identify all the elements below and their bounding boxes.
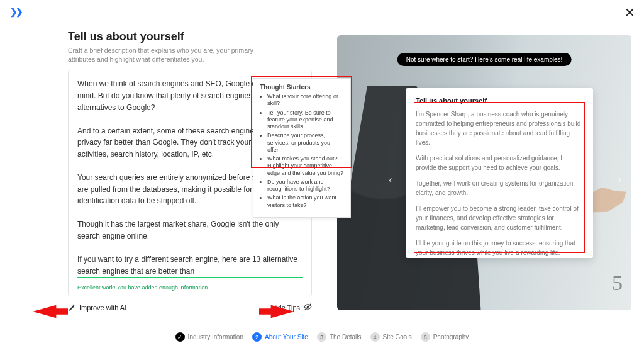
- topbar: ✕: [0, 0, 644, 25]
- magic-wand-icon: [68, 303, 75, 312]
- example-p5: I'll be your guide on this journey to su…: [416, 239, 583, 257]
- example-p2: With practical solutions and personalize…: [416, 154, 583, 172]
- thought-starters-title: Thought Starters: [260, 84, 344, 91]
- app-logo: [9, 6, 23, 20]
- step-label: About Your Site: [265, 334, 308, 340]
- thought-starters-panel: Thought Starters What is your core offer…: [253, 78, 351, 218]
- step-dot: 4: [370, 332, 380, 342]
- step-label: The Details: [330, 334, 362, 340]
- example-p4: I'll empower you to become a strong lead…: [416, 204, 583, 232]
- close-icon[interactable]: ✕: [625, 5, 635, 20]
- tip-item: Describe your process, services, or prod…: [267, 132, 344, 154]
- step-industry[interactable]: ✓ Industry Information: [175, 332, 243, 342]
- step-about[interactable]: 2 About Your Site: [252, 332, 308, 342]
- improve-with-ai-button[interactable]: Improve with AI: [68, 303, 126, 312]
- hide-tips-button[interactable]: Hide Tips: [271, 303, 312, 312]
- editor-actions: Improve with AI Hide Tips: [68, 303, 312, 312]
- step-details[interactable]: 3 The Details: [317, 332, 362, 342]
- page-subhead: Craft a brief description that explains …: [68, 46, 275, 64]
- step-dot-active: 2: [252, 332, 262, 342]
- example-card: Tell us about yourself I'm Spencer Sharp…: [406, 88, 593, 258]
- annotation-arrow-1: [33, 302, 68, 321]
- step-label: Industry Information: [188, 334, 243, 340]
- carousel-prev[interactable]: ‹: [384, 173, 397, 187]
- wizard-stepper: ✓ Industry Information 2 About Your Site…: [0, 332, 644, 342]
- page-heading: Tell us about yourself: [68, 30, 312, 43]
- step-label: Site Goals: [383, 334, 412, 340]
- tip-item: What makes you stand out? Highlight your…: [267, 155, 344, 177]
- whiteboard-number: 5: [612, 271, 623, 295]
- thought-starters-list: What is your core offering or skill? Tel…: [260, 93, 344, 209]
- step-dot-done: ✓: [175, 332, 185, 342]
- tip-item: Tell your story. Be sure to feature your…: [267, 109, 344, 131]
- editor-underline: [77, 277, 303, 278]
- example-preview: 5 Not sure where to start? Here's some r…: [337, 35, 631, 310]
- right-column: 5 Not sure where to start? Here's some r…: [337, 30, 631, 310]
- editor-status: Excellent work! You have added enough in…: [69, 282, 311, 296]
- step-dot: 3: [317, 332, 326, 342]
- hide-tips-label: Hide Tips: [271, 304, 300, 312]
- step-goals[interactable]: 4 Site Goals: [370, 332, 412, 342]
- improve-label: Improve with AI: [79, 304, 126, 312]
- svg-marker-2: [33, 305, 68, 318]
- carousel-next[interactable]: ›: [613, 173, 626, 187]
- tip-item: What is the action you want visitors to …: [267, 194, 344, 209]
- tip-item: What is your core offering or skill?: [267, 93, 344, 108]
- hint-pill: Not sure where to start? Here's some rea…: [397, 53, 572, 66]
- example-title: Tell us about yourself: [416, 97, 583, 104]
- example-p3: Together, we'll work on creating systems…: [416, 179, 583, 198]
- example-p1: I'm Spencer Sharp, a business coach who …: [416, 109, 583, 147]
- eye-off-icon: [304, 303, 312, 312]
- tip-item: Do you have work and recognitions to hig…: [267, 179, 344, 193]
- step-label: Photography: [433, 334, 469, 340]
- step-dot: 5: [421, 332, 430, 342]
- step-photography[interactable]: 5 Photography: [421, 332, 469, 342]
